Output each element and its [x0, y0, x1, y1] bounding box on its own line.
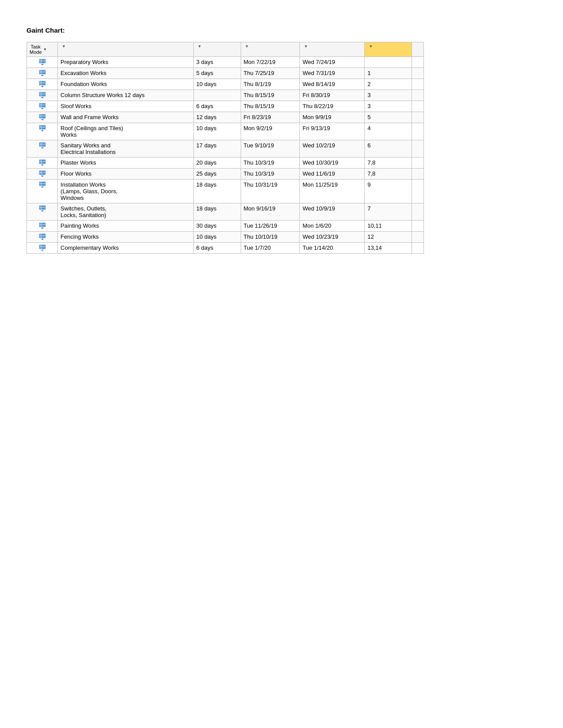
task-name-cell-4: Sloof Works — [58, 101, 193, 112]
finish-cell-12: Mon 1/6/20 — [300, 221, 365, 232]
svg-marker-59 — [41, 250, 44, 251]
start-cell-3: Thu 8/15/19 — [241, 90, 300, 101]
start-cell-14: Tue 1/7/20 — [241, 243, 300, 254]
svg-rect-12 — [39, 92, 45, 96]
predecessors-cell-6: 4 — [365, 123, 412, 140]
finish-cell-11: Wed 10/9/19 — [300, 203, 365, 221]
task-mode-cell-0 — [27, 57, 58, 68]
task-mode-icon — [39, 59, 46, 66]
task-mode-icon — [39, 233, 46, 240]
duration-cell-7: 17 days — [193, 140, 241, 158]
table-row: Excavation Works5 daysThu 7/25/19Wed 7/3… — [27, 68, 424, 79]
finish-cell-6: Fri 9/13/19 — [300, 123, 365, 140]
r-cell-14 — [412, 243, 424, 254]
task-name-cell-10: Installation Works (Lamps, Glass, Doors,… — [58, 180, 193, 203]
task-mode-cell-6 — [27, 123, 58, 140]
task-name-cell-13: Fencing Works — [58, 232, 193, 243]
task-mode-cell-11 — [27, 203, 58, 221]
start-cell-13: Thu 10/10/19 — [241, 232, 300, 243]
task-name-cell-11: Switches, Outlets, Locks, Sanitation) — [58, 203, 193, 221]
predecessors-header[interactable]: ▼ — [365, 42, 412, 57]
page-title: Gaint Chart: — [26, 26, 537, 34]
start-header[interactable]: ▼ — [241, 42, 300, 57]
table-row: Floor Works25 daysThu 10/3/19Wed 11/6/19… — [27, 169, 424, 180]
svg-marker-35 — [41, 165, 44, 166]
start-cell-2: Thu 8/1/19 — [241, 79, 300, 90]
task-name-cell-5: Wall and Frame Works — [58, 112, 193, 123]
finish-cell-1: Wed 7/31/19 — [300, 68, 365, 79]
r-cell-1 — [412, 68, 424, 79]
finish-cell-7: Wed 10/2/19 — [300, 140, 365, 158]
svg-rect-8 — [39, 81, 45, 85]
start-cell-8: Thu 10/3/19 — [241, 158, 300, 169]
svg-rect-4 — [39, 70, 45, 74]
task-mode-icon — [39, 114, 46, 121]
predecessors-cell-13: 12 — [365, 232, 412, 243]
svg-marker-47 — [41, 210, 44, 212]
svg-marker-7 — [41, 75, 44, 76]
task-mode-icon — [39, 92, 46, 99]
r-cell-8 — [412, 158, 424, 169]
task-name-dropdown-icon[interactable]: ▼ — [62, 44, 66, 49]
predecessors-cell-1: 1 — [365, 68, 412, 79]
start-dropdown-icon[interactable]: ▼ — [245, 44, 249, 49]
duration-dropdown-icon[interactable]: ▼ — [198, 44, 202, 49]
r-cell-13 — [412, 232, 424, 243]
finish-cell-10: Mon 11/25/19 — [300, 180, 365, 203]
svg-rect-56 — [39, 245, 45, 249]
finish-header[interactable]: ▼ — [300, 42, 365, 57]
svg-marker-51 — [41, 228, 44, 229]
svg-marker-23 — [41, 119, 44, 120]
r-cell-4 — [412, 101, 424, 112]
finish-dropdown-icon[interactable]: ▼ — [304, 44, 308, 49]
duration-cell-6: 10 days — [193, 123, 241, 140]
table-row: Column Structure Works 12 daysThu 8/15/1… — [27, 90, 424, 101]
duration-cell-8: 20 days — [193, 158, 241, 169]
duration-cell-3 — [193, 90, 241, 101]
start-cell-0: Mon 7/22/19 — [241, 57, 300, 68]
svg-marker-55 — [41, 239, 44, 240]
svg-marker-27 — [41, 130, 44, 131]
finish-cell-3: Fri 8/30/19 — [300, 90, 365, 101]
predecessors-cell-10: 9 — [365, 180, 412, 203]
svg-rect-36 — [39, 171, 45, 175]
task-name-cell-9: Floor Works — [58, 169, 193, 180]
task-mode-icon — [39, 205, 46, 212]
task-mode-icon — [39, 170, 46, 177]
start-cell-7: Tue 9/10/19 — [241, 140, 300, 158]
duration-cell-1: 5 days — [193, 68, 241, 79]
predecessors-dropdown-icon[interactable]: ▼ — [369, 44, 373, 49]
duration-header[interactable]: ▼ — [193, 42, 241, 57]
svg-marker-39 — [41, 176, 44, 177]
task-mode-cell-3 — [27, 90, 58, 101]
predecessors-cell-8: 7,8 — [365, 158, 412, 169]
task-mode-icon — [39, 181, 46, 188]
task-name-header[interactable]: ▼ — [58, 42, 193, 57]
svg-marker-43 — [41, 187, 44, 188]
table-row: Wall and Frame Works12 daysFri 8/23/19Mo… — [27, 112, 424, 123]
svg-marker-31 — [41, 147, 44, 149]
duration-cell-10: 18 days — [193, 180, 241, 203]
start-cell-5: Fri 8/23/19 — [241, 112, 300, 123]
predecessors-cell-3: 3 — [365, 90, 412, 101]
task-mode-header[interactable]: Task Mode ▼ — [27, 42, 58, 57]
r-cell-6 — [412, 123, 424, 140]
task-name-cell-12: Painting Works — [58, 221, 193, 232]
task-mode-cell-10 — [27, 180, 58, 203]
table-row: Preparatory Works3 daysMon 7/22/19Wed 7/… — [27, 57, 424, 68]
task-mode-cell-2 — [27, 79, 58, 90]
finish-cell-5: Mon 9/9/19 — [300, 112, 365, 123]
duration-cell-2: 10 days — [193, 79, 241, 90]
svg-rect-40 — [39, 182, 45, 186]
r-header — [412, 42, 424, 57]
r-cell-10 — [412, 180, 424, 203]
predecessors-cell-7: 6 — [365, 140, 412, 158]
predecessors-cell-5: 5 — [365, 112, 412, 123]
task-mode-dropdown-icon[interactable]: ▼ — [43, 47, 47, 52]
task-mode-cell-5 — [27, 112, 58, 123]
task-name-cell-8: Plaster Works — [58, 158, 193, 169]
svg-rect-0 — [39, 59, 45, 63]
task-name-cell-1: Excavation Works — [58, 68, 193, 79]
predecessors-cell-9: 7,8 — [365, 169, 412, 180]
svg-rect-48 — [39, 223, 45, 227]
